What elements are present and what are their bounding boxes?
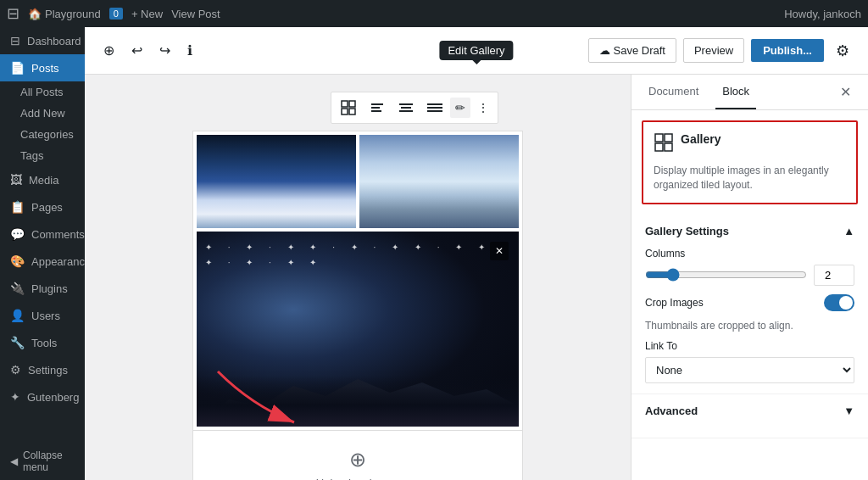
info-button[interactable]: ℹ [182, 37, 198, 64]
sidebar-item-tools[interactable]: 🔧 Tools [0, 329, 85, 356]
collapse-icon: ◀ [10, 455, 18, 467]
svg-rect-15 [665, 134, 672, 142]
align-none-icon [369, 99, 386, 116]
night-sky-wrapper: ✕ Write caption... [197, 232, 519, 427]
sidebar-item-users[interactable]: 👤 Users [0, 302, 85, 329]
upload-label: Upload an image [316, 477, 399, 480]
columns-slider[interactable] [645, 268, 807, 282]
sidebar-item-dashboard[interactable]: ⊟ Dashboard [0, 27, 85, 54]
redo-button[interactable]: ↪ [154, 37, 175, 64]
align-full-button[interactable] [421, 96, 448, 120]
gallery-image-night-sky[interactable]: ✕ Write caption... [197, 232, 519, 427]
more-options-button[interactable]: ⋮ [472, 98, 494, 118]
gallery-image-1[interactable] [197, 135, 356, 228]
sidebar-label-pages: Pages [31, 201, 63, 214]
collapse-label: Collapse menu [23, 449, 75, 473]
plugins-icon: 🔌 [10, 282, 25, 295]
crop-images-hint: Thumbnails are cropped to align. [645, 320, 854, 332]
sidebar-item-media[interactable]: 🖼 Media [0, 166, 85, 193]
gallery-info-title: Gallery [681, 132, 721, 146]
svg-rect-3 [349, 109, 355, 114]
gallery-icon-svg [654, 132, 674, 153]
columns-number-input[interactable] [814, 265, 854, 286]
site-name[interactable]: 🏠 Playground [28, 8, 101, 20]
save-draft-button[interactable]: ☁ Save Draft [588, 38, 676, 63]
panel-tabs: Document Block ✕ [632, 75, 868, 110]
sidebar-item-pages[interactable]: 📋 Pages [0, 193, 85, 220]
sidebar-sub-add-new[interactable]: Add New [0, 103, 85, 124]
gallery-block[interactable]: ✕ Write caption... ⊕ Upload an image [192, 131, 523, 480]
collapse-menu-button[interactable]: ◀ Collapse menu [0, 443, 85, 480]
sidebar-sub-all-posts[interactable]: All Posts [0, 81, 85, 103]
admin-bar-left: ⊟ 🏠 Playground 0 + New View Post [7, 4, 774, 23]
home-icon: 🏠 [28, 8, 42, 20]
main-layout: ⊟ Dashboard 📄 Posts All Posts Add New Ca… [0, 27, 868, 480]
comments-badge[interactable]: 0 [109, 8, 123, 20]
howdy-text: Howdy, jankoch [784, 8, 861, 20]
sidebar-label-plugins: Plugins [31, 282, 68, 295]
gallery-settings-section: Gallery Settings ▲ Columns Crop Images [632, 215, 868, 394]
link-to-select[interactable]: None Media File Attachment Page [645, 357, 854, 383]
comments-icon: 💬 [10, 227, 25, 241]
undo-button[interactable]: ↩ [126, 37, 147, 64]
sidebar-sub-categories[interactable]: Categories [0, 124, 85, 145]
gallery-settings-title: Gallery Settings [645, 225, 729, 237]
pages-icon: 📋 [10, 200, 25, 214]
editor-toolbar-left: ⊕ ↩ ↪ ℹ [98, 37, 198, 64]
align-wide-button[interactable] [392, 96, 420, 120]
sidebar-item-posts[interactable]: 📄 Posts [0, 54, 85, 81]
align-full-icon [426, 99, 443, 116]
editor-settings-button[interactable]: ⚙ [831, 36, 854, 65]
tab-block[interactable]: Block [715, 75, 756, 109]
settings-icon: ⚙ [10, 363, 21, 377]
collapse-settings-icon: ▲ [843, 225, 854, 237]
sidebar-item-appearance[interactable]: 🎨 Appearance [0, 248, 85, 275]
dashboard-icon: ⊟ [10, 34, 20, 47]
gallery-block-type-button[interactable] [335, 96, 362, 120]
users-icon: 👤 [10, 309, 25, 322]
align-none-button[interactable] [364, 96, 391, 120]
sidebar-label-media: Media [29, 174, 58, 187]
sidebar: ⊟ Dashboard 📄 Posts All Posts Add New Ca… [0, 27, 85, 480]
gallery-grid: ✕ Write caption... [193, 131, 522, 430]
new-button[interactable]: + New [131, 8, 163, 20]
expand-advanced-icon: ▼ [843, 405, 854, 417]
wp-logo-icon: ⊟ [7, 4, 19, 23]
gallery-settings-header[interactable]: Gallery Settings ▲ [645, 225, 854, 237]
right-panel: Document Block ✕ [631, 75, 868, 480]
tools-icon: 🔧 [10, 336, 25, 349]
svg-rect-0 [342, 101, 348, 107]
advanced-header[interactable]: Advanced ▼ [645, 405, 854, 417]
admin-bar-right: Howdy, jankoch [784, 8, 861, 20]
crop-images-row: Crop Images [645, 294, 854, 311]
admin-bar: ⊟ 🏠 Playground 0 + New View Post Howdy, … [0, 0, 868, 27]
add-block-button[interactable]: ⊕ [98, 37, 120, 64]
sidebar-item-gutenberg[interactable]: ✦ Gutenberg [0, 383, 85, 410]
columns-row [645, 265, 854, 286]
gallery-caption[interactable]: Write caption... [197, 404, 519, 427]
sidebar-sub-tags[interactable]: Tags [0, 145, 85, 166]
sidebar-item-settings[interactable]: ⚙ Settings [0, 356, 85, 383]
remove-image-button[interactable]: ✕ [490, 242, 509, 260]
publish-button[interactable]: Publish... [751, 39, 824, 62]
gallery-info-desc: Display multiple images in an elegantly … [654, 164, 846, 193]
panel-close-button[interactable]: ✕ [833, 75, 858, 109]
crop-images-toggle[interactable] [824, 294, 854, 311]
preview-button[interactable]: Preview [683, 38, 744, 63]
sidebar-item-plugins[interactable]: 🔌 Plugins [0, 275, 85, 302]
svg-rect-4 [371, 103, 383, 105]
gallery-info-box: Gallery Display multiple images in an el… [642, 120, 858, 204]
advanced-section: Advanced ▼ [632, 394, 868, 438]
sidebar-item-comments[interactable]: 💬 Comments [0, 220, 85, 248]
view-post-link[interactable]: View Post [171, 8, 220, 20]
upload-icon: ⊕ [349, 448, 366, 472]
columns-label: Columns [645, 248, 854, 260]
media-icon: 🖼 [10, 173, 22, 187]
svg-rect-16 [655, 143, 663, 151]
gallery-image-2[interactable] [359, 135, 519, 228]
sidebar-label-appearance: Appearance [31, 255, 85, 268]
content-area: ⊕ ↩ ↪ ℹ Edit Gallery ☁ Save Draft Previe… [85, 27, 868, 480]
tab-document[interactable]: Document [642, 75, 705, 109]
upload-area[interactable]: ⊕ Upload an image [193, 430, 522, 480]
pencil-edit-button[interactable]: ✏ [450, 98, 470, 118]
